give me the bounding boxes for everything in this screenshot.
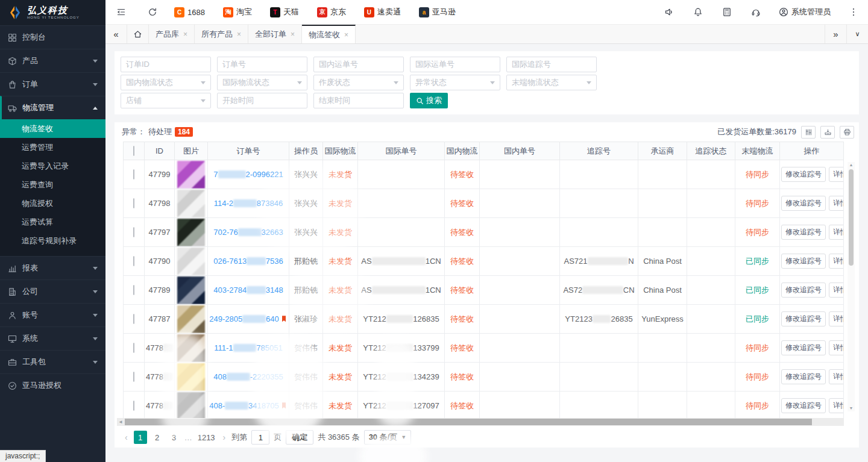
detail-button[interactable]: 详情 <box>829 398 844 413</box>
product-thumbnail[interactable] <box>177 190 205 217</box>
marketplace-link[interactable]: 淘淘宝 <box>223 7 252 17</box>
tab-产品库[interactable]: 产品库× <box>149 25 195 43</box>
prev-page-icon[interactable]: ‹ <box>123 432 130 442</box>
order-number-link[interactable]: 408-2220355 <box>213 372 283 381</box>
marketplace-link[interactable]: a亚马逊 <box>419 7 456 17</box>
edit-tracking-button[interactable]: 修改追踪号 <box>781 167 826 182</box>
sidebar-item-1[interactable]: 控制台 <box>0 25 105 49</box>
row-checkbox[interactable] <box>133 401 134 411</box>
row-checkbox[interactable] <box>133 256 134 266</box>
edit-tracking-button[interactable]: 修改追踪号 <box>781 254 826 269</box>
marketplace-link[interactable]: T天猫 <box>270 7 299 17</box>
tabs-menu-icon[interactable]: ∨ <box>846 25 868 43</box>
filter-input[interactable]: 国内运单号 <box>313 57 404 72</box>
detail-button[interactable]: 详情 <box>829 225 844 240</box>
page-number-2[interactable]: 2 <box>151 431 164 444</box>
tabs-scroll-left-icon[interactable]: « <box>105 25 127 43</box>
sidebar-subitem[interactable]: 物流授权 <box>0 194 105 213</box>
tab-close-icon[interactable]: × <box>237 30 241 39</box>
sidebar-subitem[interactable]: 运费试算 <box>0 213 105 231</box>
sidebar-item-10[interactable]: 亚马逊授权 <box>0 373 105 397</box>
sidebar-subitem[interactable]: 追踪号规则补录 <box>0 231 105 250</box>
page-number-1[interactable]: 1 <box>134 431 147 444</box>
tab-全部订单[interactable]: 全部订单× <box>248 25 302 43</box>
order-number-link[interactable]: 702-7632663 <box>213 228 283 237</box>
row-checkbox[interactable] <box>133 227 134 237</box>
sidebar-item-6[interactable]: 公司 <box>0 279 105 303</box>
filter-select[interactable]: 国际物流状态 <box>217 75 307 90</box>
edit-tracking-button[interactable]: 修改追踪号 <box>781 283 826 298</box>
filter-input[interactable]: 国际追踪号 <box>506 57 597 72</box>
edit-tracking-button[interactable]: 修改追踪号 <box>781 196 826 211</box>
filter-input[interactable]: 国际运单号 <box>410 57 500 72</box>
filter-input[interactable]: 订单ID <box>121 57 211 72</box>
row-checkbox[interactable] <box>133 314 134 324</box>
row-checkbox[interactable] <box>133 198 134 208</box>
header-select-all[interactable] <box>124 142 145 160</box>
sidebar-item-4[interactable]: 物流管理 <box>0 96 105 119</box>
confirm-page-button[interactable]: 确定 <box>286 430 313 445</box>
export-icon[interactable] <box>820 126 835 139</box>
support-headset-icon[interactable] <box>741 0 770 24</box>
user-menu[interactable]: 系统管理员 <box>770 7 839 17</box>
print-icon[interactable] <box>840 126 854 139</box>
page-number-1213[interactable]: 1213 <box>196 431 217 444</box>
product-thumbnail[interactable] <box>177 363 205 391</box>
scroll-down-icon[interactable]: ▼ <box>848 405 855 411</box>
announcement-icon[interactable] <box>655 0 684 24</box>
row-checkbox[interactable] <box>133 343 134 353</box>
vertical-scrollbar[interactable]: ▲ ▼ <box>848 162 855 411</box>
page-number-3[interactable]: 3 <box>168 431 181 444</box>
notifications-bell-icon[interactable] <box>684 0 712 24</box>
order-number-link[interactable]: 72-0996221 <box>213 170 283 179</box>
product-thumbnail[interactable] <box>177 161 205 189</box>
order-number-link[interactable]: 249-2805640 <box>209 314 287 323</box>
product-thumbnail[interactable] <box>177 276 205 304</box>
scroll-left-icon[interactable]: ◄ <box>117 418 124 426</box>
tabs-scroll-right-icon[interactable]: » <box>825 25 846 43</box>
filter-select[interactable]: 异常状态 <box>410 75 500 90</box>
product-thumbnail[interactable] <box>177 334 205 362</box>
collapse-sidebar-icon[interactable] <box>105 0 137 24</box>
order-number-link[interactable]: 403-27843148 <box>213 286 283 295</box>
sidebar-subitem[interactable]: 物流签收 <box>0 119 105 138</box>
detail-button[interactable]: 详情 <box>829 340 844 355</box>
sidebar-item-3[interactable]: 订单 <box>0 72 105 96</box>
date-input[interactable]: 结束时间 <box>313 93 404 108</box>
per-page-select[interactable]: 30 条/页 ▼ <box>364 430 412 445</box>
shop-select[interactable]: 店铺 <box>121 93 211 108</box>
calculator-icon[interactable] <box>712 0 741 24</box>
sidebar-item-8[interactable]: 系统 <box>0 326 105 350</box>
more-menu-kebab-icon[interactable] <box>839 0 868 24</box>
column-settings-icon[interactable] <box>801 126 816 139</box>
sidebar-item-9[interactable]: 工具包 <box>0 350 105 373</box>
home-tab-icon[interactable] <box>127 25 149 43</box>
sidebar-subitem[interactable]: 运费管理 <box>0 138 105 157</box>
product-thumbnail[interactable] <box>177 219 205 246</box>
tab-close-icon[interactable]: × <box>291 30 295 39</box>
order-number-link[interactable]: 408-3418705 <box>209 401 287 410</box>
marketplace-link[interactable]: 京京东 <box>317 7 346 17</box>
order-number-link[interactable]: 111-1785051 <box>214 343 283 352</box>
product-thumbnail[interactable] <box>177 392 205 420</box>
edit-tracking-button[interactable]: 修改追踪号 <box>781 398 826 413</box>
product-thumbnail[interactable] <box>177 248 205 275</box>
sidebar-subitem[interactable]: 运费导入记录 <box>0 157 105 175</box>
edit-tracking-button[interactable]: 修改追踪号 <box>781 225 826 240</box>
date-input[interactable]: 开始时间 <box>217 93 307 108</box>
goto-page-input[interactable] <box>251 430 269 445</box>
refresh-icon[interactable] <box>137 0 168 24</box>
detail-button[interactable]: 详情 <box>829 167 844 182</box>
filter-select[interactable]: 末端物流状态 <box>506 75 597 90</box>
filter-input[interactable]: 订单号 <box>217 57 307 72</box>
vertical-scroll-thumb[interactable] <box>849 169 854 266</box>
detail-button[interactable]: 详情 <box>829 196 844 211</box>
edit-tracking-button[interactable]: 修改追踪号 <box>781 340 826 355</box>
order-number-link[interactable]: 114-2873846 <box>214 199 283 208</box>
sidebar-subitem[interactable]: 运费查询 <box>0 175 105 194</box>
select-all-checkbox[interactable] <box>133 146 134 156</box>
edit-tracking-button[interactable]: 修改追踪号 <box>781 369 826 384</box>
pending-count-badge[interactable]: 184 <box>175 127 193 137</box>
detail-button[interactable]: 详情 <box>829 311 844 326</box>
row-checkbox[interactable] <box>133 372 134 382</box>
